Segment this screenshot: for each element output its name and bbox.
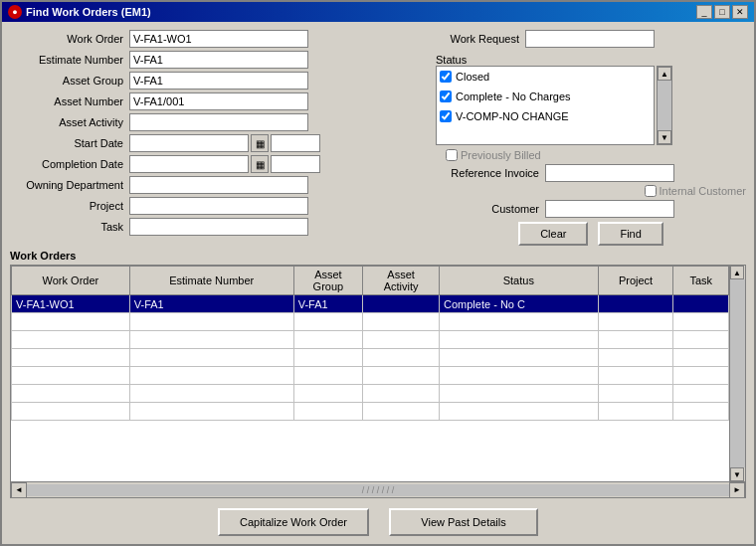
start-date-input[interactable] bbox=[129, 134, 249, 152]
cell-task bbox=[673, 385, 729, 403]
customer-label: Customer bbox=[436, 203, 545, 215]
work-request-input[interactable] bbox=[525, 30, 655, 48]
status-list[interactable]: Closed Complete - No Charges V-COMP-NO C… bbox=[436, 66, 655, 145]
v-scroll-down[interactable]: ▼ bbox=[730, 467, 744, 481]
previously-billed-label[interactable]: Previously Billed bbox=[446, 149, 541, 161]
h-scroll-right[interactable]: ► bbox=[729, 482, 745, 498]
completion-time-input[interactable] bbox=[271, 155, 320, 173]
cell-status bbox=[440, 385, 599, 403]
vertical-scrollbar: ▲ ▼ bbox=[729, 266, 745, 481]
start-time-input[interactable] bbox=[271, 134, 320, 152]
customer-row: Customer bbox=[436, 200, 746, 218]
status-scroll-down[interactable]: ▼ bbox=[658, 130, 671, 144]
minimize-button[interactable]: _ bbox=[696, 5, 712, 19]
cell-status: Complete - No C bbox=[440, 295, 599, 313]
table-row[interactable] bbox=[12, 403, 729, 421]
estimate-number-row: Estimate Number bbox=[10, 51, 428, 69]
completion-date-input[interactable] bbox=[129, 155, 249, 173]
asset-number-input[interactable] bbox=[129, 92, 308, 110]
title-bar: ● Find Work Orders (EM1) _ □ ✕ bbox=[2, 2, 754, 22]
previously-billed-checkbox[interactable] bbox=[446, 149, 458, 161]
start-date-label: Start Date bbox=[10, 137, 129, 149]
right-form: Work Request Status Closed bbox=[436, 30, 746, 246]
v-scroll-track bbox=[730, 279, 745, 467]
header-row: Work Order Estimate Number AssetGroup As… bbox=[12, 267, 729, 295]
v-scroll-up[interactable]: ▲ bbox=[730, 266, 744, 279]
table-area: Work Order Estimate Number AssetGroup As… bbox=[11, 266, 729, 481]
table-row[interactable] bbox=[12, 367, 729, 385]
cell-project bbox=[598, 385, 673, 403]
table-row[interactable] bbox=[12, 313, 729, 331]
asset-activity-row: Asset Activity bbox=[10, 113, 428, 131]
h-scroll-track[interactable]: / / / / / / / bbox=[27, 484, 729, 496]
capitalize-work-order-button[interactable]: Capitalize Work Order bbox=[218, 508, 369, 536]
status-complete-no-charges-checkbox[interactable] bbox=[440, 91, 452, 102]
work-order-label: Work Order bbox=[10, 33, 129, 45]
table-header: Work Order Estimate Number AssetGroup As… bbox=[12, 267, 729, 295]
project-input[interactable] bbox=[129, 197, 308, 215]
h-scroll-left[interactable]: ◄ bbox=[11, 482, 27, 498]
work-orders-section: Work Orders Work Order Estimate Number A… bbox=[10, 250, 746, 498]
task-input[interactable] bbox=[129, 218, 308, 236]
status-complete-no-charges-label: Complete - No Charges bbox=[456, 91, 571, 102]
cell-project bbox=[598, 403, 673, 421]
cell-estimate-number bbox=[129, 385, 293, 403]
cell-status bbox=[440, 367, 599, 385]
status-closed-checkbox[interactable] bbox=[440, 71, 452, 83]
window-icon: ● bbox=[8, 5, 22, 19]
project-row: Project bbox=[10, 197, 428, 215]
cell-asset-group bbox=[293, 313, 362, 331]
reference-invoice-label: Reference Invoice bbox=[436, 167, 545, 179]
completion-date-cal-button[interactable]: ▦ bbox=[251, 155, 269, 173]
asset-group-input[interactable] bbox=[129, 72, 308, 90]
status-section: Status Closed Complete - No Charges bbox=[436, 54, 746, 145]
table-row[interactable] bbox=[12, 385, 729, 403]
content-area: Work Order Estimate Number Asset Group A… bbox=[2, 22, 754, 544]
view-past-details-button[interactable]: View Past Details bbox=[389, 508, 538, 536]
col-asset-activity: AssetActivity bbox=[363, 267, 440, 295]
cell-task bbox=[673, 331, 729, 349]
internal-customer-row: Internal Customer bbox=[436, 185, 746, 197]
table-row[interactable] bbox=[12, 331, 729, 349]
work-order-input[interactable] bbox=[129, 30, 308, 48]
cell-project bbox=[598, 295, 673, 313]
internal-customer-checkbox[interactable] bbox=[645, 185, 657, 197]
h-scroll-dots: / / / / / / / bbox=[362, 485, 395, 495]
cell-work-order bbox=[12, 385, 130, 403]
status-item-vcomp[interactable]: V-COMP-NO CHANGE bbox=[437, 106, 654, 126]
internal-customer-label[interactable]: Internal Customer bbox=[645, 185, 746, 197]
cell-work-order bbox=[12, 349, 130, 367]
start-date-cal-button[interactable]: ▦ bbox=[251, 134, 269, 152]
title-bar-left: ● Find Work Orders (EM1) bbox=[8, 5, 151, 19]
status-list-container: Closed Complete - No Charges V-COMP-NO C… bbox=[436, 66, 746, 145]
find-button[interactable]: Find bbox=[598, 222, 662, 246]
table-body: V-FA1-WO1 V-FA1 V-FA1 Complete - No C bbox=[12, 295, 729, 421]
cell-project bbox=[598, 349, 673, 367]
work-orders-title: Work Orders bbox=[10, 250, 746, 262]
cell-asset-group: V-FA1 bbox=[293, 295, 362, 313]
table-row[interactable]: V-FA1-WO1 V-FA1 V-FA1 Complete - No C bbox=[12, 295, 729, 313]
top-section: Work Order Estimate Number Asset Group A… bbox=[10, 30, 746, 246]
owning-department-row: Owning Department bbox=[10, 176, 428, 194]
col-asset-group: AssetGroup bbox=[293, 267, 362, 295]
table-row[interactable] bbox=[12, 349, 729, 367]
task-row: Task bbox=[10, 218, 428, 236]
maximize-button[interactable]: □ bbox=[714, 5, 730, 19]
status-scroll-up[interactable]: ▲ bbox=[658, 67, 671, 81]
status-item-complete-no-charges[interactable]: Complete - No Charges bbox=[437, 87, 654, 106]
close-button[interactable]: ✕ bbox=[732, 5, 748, 19]
owning-department-label: Owning Department bbox=[10, 179, 129, 191]
project-label: Project bbox=[10, 200, 129, 212]
owning-department-input[interactable] bbox=[129, 176, 308, 194]
cell-asset-group bbox=[293, 385, 362, 403]
clear-button[interactable]: Clear bbox=[518, 222, 588, 246]
cell-asset-activity bbox=[363, 313, 440, 331]
status-item-closed[interactable]: Closed bbox=[437, 67, 654, 87]
estimate-number-input[interactable] bbox=[129, 51, 308, 69]
asset-activity-input[interactable] bbox=[129, 113, 308, 131]
reference-invoice-input[interactable] bbox=[545, 164, 674, 182]
customer-input[interactable] bbox=[545, 200, 674, 218]
status-vcomp-checkbox[interactable] bbox=[440, 110, 452, 122]
status-closed-label: Closed bbox=[456, 71, 489, 83]
cell-task bbox=[673, 403, 729, 421]
